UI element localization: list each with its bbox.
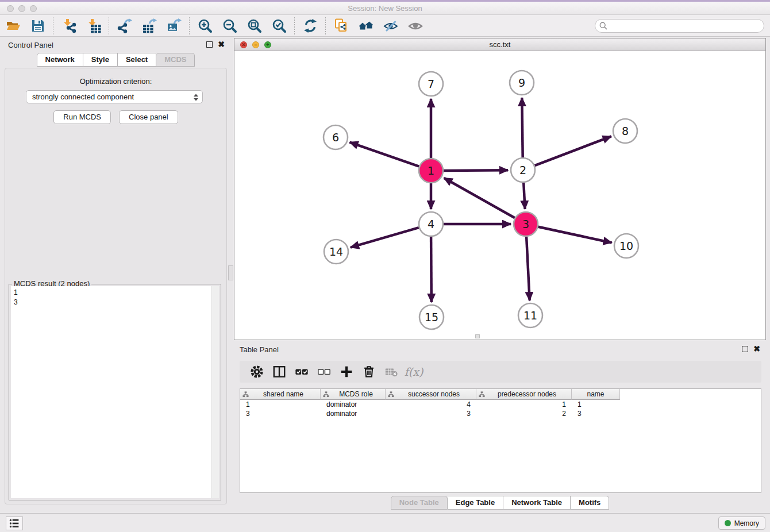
zoom-selected-button[interactable] — [271, 18, 287, 33]
graph-node-15[interactable]: 15 — [419, 305, 444, 329]
table-cell[interactable]: 1 — [572, 400, 620, 409]
table-panel-title: Table Panel — [240, 345, 279, 354]
task-list-icon — [9, 518, 20, 529]
delete-button[interactable] — [361, 364, 377, 379]
zoom-out-button[interactable] — [222, 18, 237, 33]
panel-splitter[interactable] — [229, 38, 233, 504]
edge-2-9[interactable] — [522, 98, 522, 157]
node-label: 3 — [522, 218, 529, 230]
column-header-predecessor-nodes[interactable]: predecessor nodes — [476, 389, 572, 400]
table-close-icon[interactable]: ✖ — [753, 346, 760, 352]
search-input[interactable] — [595, 19, 764, 33]
export-table-button[interactable] — [141, 18, 157, 33]
node-label: 2 — [519, 164, 526, 176]
import-table-button[interactable] — [86, 18, 101, 33]
criterion-dropdown[interactable]: strongly connected component — [26, 90, 203, 103]
table-cell[interactable]: 3 — [386, 409, 476, 418]
graph-node-9[interactable]: 9 — [510, 71, 534, 95]
tab-network[interactable]: Network — [37, 53, 83, 67]
edge-1-6[interactable] — [350, 142, 419, 167]
node-label: 14 — [329, 245, 343, 258]
table-tab-network-table[interactable]: Network Table — [503, 496, 571, 510]
table-tab-motifs[interactable]: Motifs — [571, 496, 609, 510]
zoom-in-button[interactable] — [197, 18, 213, 33]
edge-1-2[interactable] — [444, 170, 508, 171]
table-cell[interactable]: 1 — [240, 400, 321, 409]
refresh-button[interactable] — [302, 18, 318, 33]
graph-node-1[interactable]: 1 — [419, 159, 443, 183]
column-type-icon — [479, 391, 485, 398]
memory-button[interactable]: Memory — [718, 516, 765, 530]
splitter-grip[interactable] — [228, 265, 233, 280]
export-image-button[interactable] — [166, 18, 182, 33]
result-scrollbar[interactable] — [211, 286, 219, 498]
task-history-button[interactable] — [6, 516, 23, 530]
edge-3-10[interactable] — [538, 227, 612, 243]
run-mcds-button[interactable]: Run MCDS — [53, 110, 111, 124]
tab-select[interactable]: Select — [118, 53, 156, 67]
save-button[interactable] — [30, 18, 45, 33]
edge-2-3[interactable] — [523, 183, 525, 209]
graph-node-14[interactable]: 14 — [324, 240, 348, 264]
export-network-button[interactable] — [117, 18, 132, 33]
column-type-icon — [242, 391, 249, 398]
close-panel-button[interactable]: Close panel — [119, 110, 178, 124]
graph-node-11[interactable]: 11 — [518, 303, 542, 327]
import-network-button[interactable] — [61, 18, 76, 33]
column-header-successor-nodes[interactable]: successor nodes — [386, 389, 476, 400]
graph-node-3[interactable]: 3 — [514, 212, 538, 236]
show-all-button[interactable] — [407, 18, 423, 33]
home-button[interactable] — [358, 18, 374, 33]
split-columns-button[interactable] — [271, 364, 287, 379]
table-tab-edge-table[interactable]: Edge Table — [448, 496, 503, 510]
table-row[interactable]: 1dominator411 — [240, 400, 761, 409]
network-canvas[interactable]: 1 2 3 4 6 7 8 9 10 11 14 15 — [234, 51, 765, 340]
add-button[interactable] — [338, 364, 355, 379]
column-header-name[interactable]: name — [572, 389, 620, 400]
graph-node-4[interactable]: 4 — [419, 212, 443, 236]
open-file-button[interactable] — [5, 18, 21, 33]
copy-network-button[interactable] — [333, 18, 349, 33]
column-header-shared-name[interactable]: shared name — [240, 389, 321, 400]
table-cell[interactable]: 3 — [240, 409, 321, 418]
float-panel-icon[interactable] — [206, 41, 213, 48]
show-all-icon — [408, 18, 423, 33]
table-row[interactable]: 3dominator323 — [240, 409, 761, 418]
edge-3-11[interactable] — [526, 237, 530, 300]
table-cell[interactable]: 3 — [572, 409, 620, 418]
hide-selected-button[interactable] — [383, 18, 398, 33]
table-cell[interactable]: dominator — [321, 409, 386, 418]
edge-3-1[interactable] — [444, 178, 515, 218]
canvas-resize-grip[interactable] — [475, 334, 480, 338]
edge-4-15[interactable] — [431, 237, 432, 302]
destroy-table-button — [383, 364, 399, 379]
graph-node-8[interactable]: 8 — [613, 119, 637, 143]
select-all-button[interactable] — [294, 364, 310, 379]
table-cell[interactable]: 2 — [476, 409, 572, 418]
network-window-titlebar[interactable]: ✕ − + scc.txt — [234, 38, 765, 51]
graph-node-10[interactable]: 10 — [614, 234, 638, 258]
graph-node-2[interactable]: 2 — [511, 158, 535, 182]
graph-node-6[interactable]: 6 — [324, 125, 348, 149]
tab-mcds[interactable]: MCDS — [156, 53, 195, 67]
edge-2-8[interactable] — [535, 136, 611, 165]
graph-node-7[interactable]: 7 — [419, 72, 443, 96]
deselect-all-button[interactable] — [316, 364, 332, 379]
export-table-icon — [142, 18, 157, 33]
column-header-MCDS-role[interactable]: MCDS role — [321, 389, 386, 400]
column-type-icon — [323, 391, 329, 398]
tab-style[interactable]: Style — [83, 53, 118, 67]
table-float-icon[interactable] — [742, 346, 748, 352]
export-network-icon — [117, 18, 132, 33]
table-tab-node-table[interactable]: Node Table — [391, 496, 448, 510]
table-cell[interactable]: 4 — [386, 400, 476, 409]
mcds-result-area[interactable]: 13 — [11, 286, 219, 498]
table-cell[interactable]: dominator — [321, 400, 386, 409]
zoom-fit-button[interactable] — [247, 18, 262, 33]
node-label: 10 — [619, 240, 633, 252]
gear-button[interactable] — [249, 364, 265, 379]
memory-status-icon — [725, 520, 731, 526]
edge-4-14[interactable] — [351, 228, 419, 248]
table-cell[interactable]: 1 — [476, 400, 572, 409]
close-panel-icon[interactable]: ✖ — [218, 41, 225, 48]
